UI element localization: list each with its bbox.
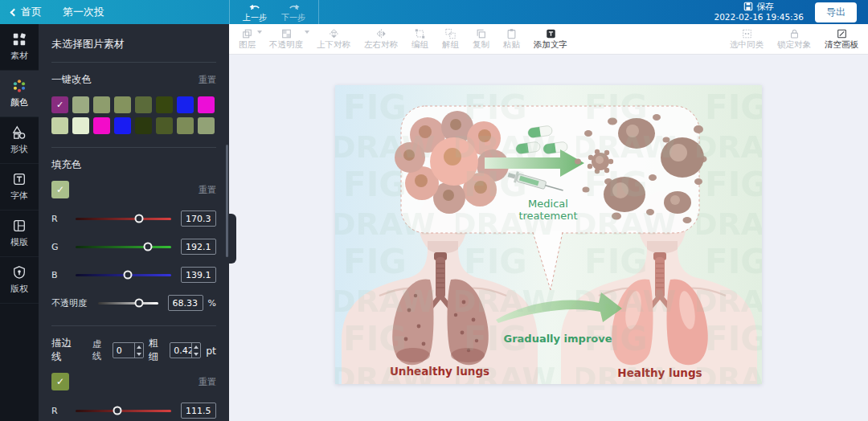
- fill-opacity-slider[interactable]: [98, 302, 158, 305]
- toolbar-add-text-button[interactable]: 添加文字: [534, 28, 567, 50]
- nav-item-font[interactable]: 字体: [0, 164, 39, 210]
- panel-collapse-handle[interactable]: [229, 214, 236, 264]
- stroke-color-swatch[interactable]: ✓: [51, 373, 69, 390]
- toolbar-copy-button[interactable]: 复制: [473, 28, 489, 50]
- color-swatch[interactable]: [135, 117, 152, 134]
- color-swatch[interactable]: [114, 96, 131, 113]
- stroke-dash-input[interactable]: [113, 343, 134, 358]
- fill-reset-button[interactable]: 重置: [199, 184, 216, 196]
- fill-b-label: B: [51, 270, 76, 280]
- slider-thumb[interactable]: [135, 215, 144, 223]
- nav-item-shape[interactable]: 形状: [0, 117, 39, 164]
- palette-icon: [12, 79, 27, 93]
- toolbar-clear-board-button[interactable]: 清空画板: [825, 28, 858, 50]
- color-swatch[interactable]: [72, 96, 89, 113]
- chevron-left-icon: [10, 8, 18, 16]
- slider-thumb[interactable]: [113, 407, 122, 415]
- color-swatch[interactable]: [156, 117, 173, 134]
- toolbar-layers-button[interactable]: 图层: [239, 28, 256, 50]
- fill-g-slider[interactable]: [76, 246, 171, 248]
- color-swatch[interactable]: [114, 117, 131, 134]
- stroke-reset-button[interactable]: 重置: [199, 376, 216, 388]
- stroke-weight-label: 粗细: [149, 337, 166, 364]
- fill-b-input[interactable]: [181, 267, 216, 283]
- stepper-up-icon[interactable]: [192, 343, 200, 350]
- recolor-reset-button[interactable]: 重置: [199, 74, 216, 86]
- slider-thumb[interactable]: [143, 243, 152, 251]
- color-swatch[interactable]: [198, 96, 215, 113]
- toolbar-label: 清空画板: [825, 39, 858, 50]
- stroke-weight-input[interactable]: [170, 343, 191, 358]
- save-button[interactable]: 保存 2022-02-16 19:45:36: [714, 2, 804, 23]
- color-swatch[interactable]: [177, 96, 194, 113]
- check-icon: ✓: [51, 96, 68, 113]
- nav-item-copyright[interactable]: 版权: [0, 257, 39, 304]
- lock-icon: [788, 28, 800, 39]
- stroke-r-slider[interactable]: [76, 410, 171, 412]
- toolbar-lock-object-button[interactable]: 锁定对象: [777, 28, 811, 50]
- recolor-section-label: 一键改色: [51, 73, 92, 87]
- slider-thumb[interactable]: [134, 299, 143, 308]
- toolbar-paste-button[interactable]: 粘贴: [503, 28, 520, 50]
- color-swatch[interactable]: [93, 96, 110, 113]
- document-title: 第一次投: [63, 5, 104, 19]
- stroke-r-input[interactable]: [181, 403, 216, 419]
- copy-icon: [475, 28, 487, 39]
- color-swatch[interactable]: [135, 96, 152, 113]
- fill-color-swatch[interactable]: ✓: [51, 181, 69, 198]
- color-swatch[interactable]: ✓: [51, 96, 68, 113]
- fill-opacity-input[interactable]: [168, 295, 203, 311]
- undo-button[interactable]: 上一步: [243, 3, 267, 22]
- nav-item-color[interactable]: 颜色: [0, 71, 39, 117]
- canvas-artboard[interactable]: FIG DRAW: [335, 85, 762, 384]
- export-button[interactable]: 导出: [815, 2, 857, 22]
- panel-scrollbar[interactable]: [226, 145, 228, 257]
- add-text-icon: [545, 28, 557, 39]
- toolbar-flip-horizontal-button[interactable]: 左右对称: [364, 28, 398, 50]
- toolbar-label: 复制: [473, 39, 489, 50]
- toolbar-ungroup-button[interactable]: 解组: [442, 28, 459, 50]
- toolbar-group-button[interactable]: 编组: [411, 28, 428, 50]
- toolbar-flip-vertical-button[interactable]: 上下对称: [317, 28, 350, 50]
- undo-label: 上一步: [243, 13, 267, 22]
- color-swatch[interactable]: [156, 96, 173, 113]
- nav-label: 版权: [10, 283, 28, 295]
- nav-label: 形状: [10, 143, 28, 155]
- paste-icon: [506, 28, 518, 39]
- toolbar-label: 编组: [411, 39, 428, 50]
- slider-thumb[interactable]: [123, 271, 132, 280]
- color-swatch[interactable]: [198, 117, 215, 134]
- nav-item-template[interactable]: 模版: [0, 210, 39, 257]
- stepper-down-icon[interactable]: [135, 350, 143, 358]
- color-swatch[interactable]: [72, 117, 89, 134]
- stepper-up-icon[interactable]: [135, 343, 143, 350]
- color-swatch[interactable]: [93, 117, 110, 134]
- stepper-down-icon[interactable]: [192, 350, 200, 358]
- flip-horizontal-icon: [375, 28, 387, 39]
- fill-r-label: R: [51, 214, 76, 224]
- font-icon: [12, 172, 27, 186]
- fill-r-slider[interactable]: [76, 218, 171, 220]
- stroke-dash-stepper[interactable]: [113, 342, 144, 358]
- fill-r-input[interactable]: [181, 210, 216, 227]
- recolor-swatch-grid: ✓: [51, 96, 219, 134]
- workspace[interactable]: FIG DRAW: [229, 55, 868, 421]
- save-label: 保存: [756, 2, 774, 13]
- nav-label: 字体: [10, 190, 28, 202]
- back-home-button[interactable]: 首页: [11, 5, 42, 19]
- fill-g-input[interactable]: [181, 239, 216, 255]
- toolbar-label: 图层: [239, 39, 256, 50]
- toolbar-select-same-button[interactable]: 选中同类: [730, 28, 764, 50]
- toolbar-opacity-button[interactable]: 不透明度: [269, 28, 303, 50]
- caret-down-icon: [305, 31, 309, 34]
- redo-button[interactable]: 下一步: [281, 3, 305, 22]
- color-swatch[interactable]: [177, 117, 194, 134]
- toolbar-label: 上下对称: [317, 39, 350, 50]
- color-swatch[interactable]: [51, 117, 68, 134]
- stroke-r-label: R: [51, 406, 76, 416]
- stroke-section-label: 描边线: [51, 337, 76, 364]
- group-icon: [414, 28, 426, 39]
- nav-item-material[interactable]: 素材: [0, 24, 39, 71]
- stroke-weight-stepper[interactable]: [170, 342, 201, 358]
- fill-b-slider[interactable]: [76, 274, 171, 276]
